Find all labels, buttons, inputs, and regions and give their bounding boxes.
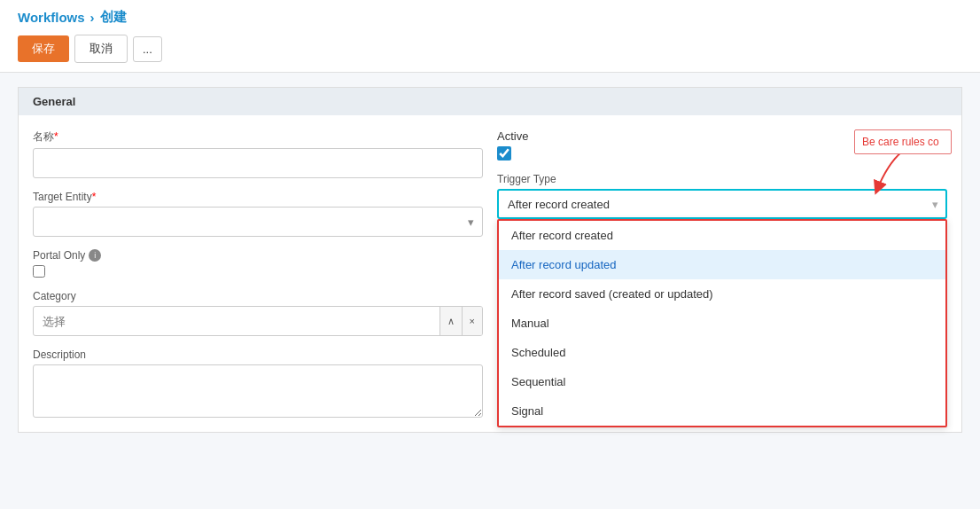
active-checkbox[interactable] xyxy=(497,146,511,161)
portal-only-checkbox-group xyxy=(33,265,483,278)
section-header: General xyxy=(19,88,961,115)
trigger-type-select[interactable]: After record created ▾ xyxy=(497,189,947,219)
dropdown-item-1[interactable]: After record updated xyxy=(499,250,945,279)
dropdown-item-4[interactable]: Scheduled xyxy=(499,338,945,367)
dropdown-item-2[interactable]: After record saved (created or updated) xyxy=(499,279,945,309)
breadcrumb-separator: › xyxy=(90,10,95,25)
description-group: Description xyxy=(33,348,483,418)
description-label: Description xyxy=(33,348,483,361)
cancel-button[interactable]: 取消 xyxy=(74,35,128,63)
category-clear-button[interactable]: × xyxy=(462,307,482,335)
target-entity-select-wrapper: ▾ xyxy=(33,207,483,237)
category-group: Category ∧ × xyxy=(33,290,483,336)
trigger-type-dropdown: After record created After record update… xyxy=(497,219,947,427)
trigger-type-value: After record created xyxy=(508,198,610,211)
dropdown-item-3[interactable]: Manual xyxy=(499,309,945,338)
breadcrumb-parent[interactable]: Workflows xyxy=(18,10,85,25)
more-button[interactable]: ... xyxy=(133,36,162,62)
category-label: Category xyxy=(33,290,483,302)
name-label: 名称* xyxy=(33,129,483,145)
target-entity-label: Target Entity* xyxy=(33,191,483,203)
category-up-button[interactable]: ∧ xyxy=(439,307,462,335)
dropdown-item-5[interactable]: Sequential xyxy=(499,367,945,396)
side-note: Be care rules co xyxy=(854,129,952,154)
target-entity-select[interactable] xyxy=(33,207,483,237)
trigger-type-label: Trigger Type xyxy=(497,173,947,185)
name-group: 名称* xyxy=(33,129,483,178)
category-input[interactable] xyxy=(34,309,439,333)
trigger-select-wrapper: After record created ▾ After record crea… xyxy=(497,189,947,219)
trigger-type-group: Trigger Type After record created ▾ Afte… xyxy=(497,173,947,219)
name-input[interactable] xyxy=(33,148,483,178)
portal-only-info-icon: i xyxy=(89,249,101,262)
portal-only-group: Portal Only i xyxy=(33,249,483,278)
dropdown-item-6[interactable]: Signal xyxy=(499,396,945,426)
target-entity-required: * xyxy=(92,191,97,203)
breadcrumb-current: 创建 xyxy=(100,9,127,26)
category-wrapper: ∧ × xyxy=(33,306,483,336)
save-button[interactable]: 保存 xyxy=(18,35,69,62)
trigger-type-chevron-icon: ▾ xyxy=(932,198,938,211)
description-input[interactable] xyxy=(33,364,483,418)
portal-only-checkbox[interactable] xyxy=(33,265,45,278)
dropdown-item-0[interactable]: After record created xyxy=(499,221,945,250)
target-entity-group: Target Entity* ▾ xyxy=(33,191,483,237)
portal-only-label: Portal Only i xyxy=(33,249,483,262)
name-required: * xyxy=(54,130,58,143)
